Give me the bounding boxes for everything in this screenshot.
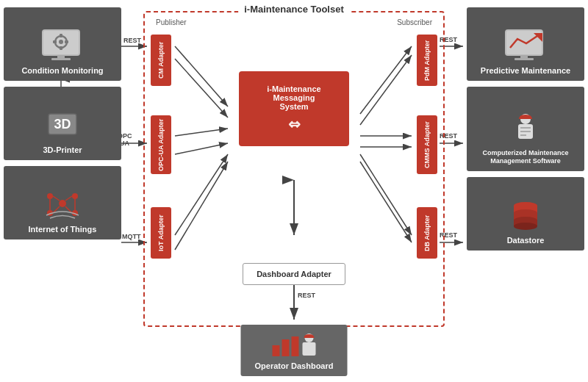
subscriber-label: Subscriber: [397, 18, 432, 26]
svg-point-74: [514, 223, 537, 230]
pdm-adapter: PdM Adapter: [417, 35, 437, 86]
predictive-maint-icon: [504, 29, 547, 61]
datastore-label: Datastore: [507, 236, 545, 245]
cmms-label: Computerized Maintenance Management Soft…: [471, 149, 580, 165]
iot-icon: [43, 187, 83, 220]
cmms-box: Computerized Maintenance Management Soft…: [467, 87, 584, 171]
cmms-adapter: CMMS Adapter: [417, 115, 437, 174]
svg-rect-75: [272, 345, 279, 356]
iot-box: Internet of Things: [4, 166, 121, 239]
svg-rect-43: [60, 46, 62, 50]
predictive-maintenance-box: Predictive Maintenance: [467, 7, 584, 81]
3d-printer-icon-area: 3D: [40, 106, 85, 143]
predictive-maintenance-label: Predictive Maintenance: [481, 66, 570, 75]
svg-rect-42: [60, 34, 62, 37]
svg-rect-76: [282, 339, 289, 356]
cmms-icon-area: [503, 109, 548, 146]
svg-point-48: [59, 200, 66, 207]
central-messaging-box: i-Maintenance Messaging System ⇔: [239, 71, 349, 146]
toolset-container: i-Maintenance Toolset Publisher Subscrib…: [143, 11, 445, 327]
svg-text:REST: REST: [123, 37, 142, 44]
left-systems-column: Condition Monitoring 3D 3D-Printer: [4, 7, 121, 239]
svg-line-54: [65, 196, 72, 201]
svg-line-53: [53, 196, 60, 201]
operator-dashboard-icon: [268, 331, 320, 358]
operator-dashboard-label: Operator Dashboard: [255, 361, 334, 370]
condition-monitoring-box: Condition Monitoring: [4, 7, 121, 81]
cmms-icon: [506, 112, 546, 144]
central-label: i-Maintenance: [249, 84, 339, 93]
iot-icon-area: [40, 185, 85, 222]
publisher-label: Publisher: [156, 18, 187, 26]
datastore-box: Datastore: [467, 177, 584, 251]
svg-rect-79: [302, 342, 315, 356]
predictive-maintenance-icon-area: [503, 26, 548, 63]
diagram-container: REST OPC -UA MQTT REST REST: [0, 0, 588, 382]
3d-printer-icon: 3D: [43, 108, 83, 140]
svg-rect-44: [53, 40, 57, 43]
messaging-arrows-icon: ⇔: [249, 115, 339, 133]
iot-label: Internet of Things: [29, 225, 97, 234]
svg-point-50: [72, 193, 78, 199]
central-sublabel2: System: [249, 102, 339, 111]
opcua-adapter: OPC-UA Adapter: [151, 115, 171, 174]
svg-text:3D: 3D: [54, 117, 71, 131]
3d-printer-box: 3D 3D-Printer: [4, 87, 121, 160]
svg-rect-45: [65, 40, 68, 43]
iot-adapter: IoT Adapter: [151, 207, 171, 259]
db-adapter: DB Adapter: [417, 207, 437, 259]
central-sublabel: Messaging: [249, 93, 339, 102]
toolset-title: i-Maintenance Toolset: [238, 4, 350, 15]
svg-point-41: [59, 40, 63, 44]
right-systems-column: Predictive Maintenance Computerized Main…: [467, 7, 584, 251]
monitor-icon: [41, 29, 84, 61]
svg-point-49: [47, 193, 53, 199]
condition-monitoring-label: Condition Monitoring: [21, 66, 103, 75]
dashboard-adapter: Dashboard Adapter: [243, 263, 345, 285]
cm-adapter: CM Adapter: [151, 35, 171, 86]
svg-rect-77: [291, 336, 298, 356]
svg-rect-39: [51, 58, 71, 60]
3d-printer-label: 3D-Printer: [43, 145, 82, 154]
operator-dashboard-box: Operator Dashboard: [241, 325, 348, 376]
svg-text:MQTT: MQTT: [122, 233, 141, 240]
datastore-icon: [506, 198, 546, 231]
datastore-icon-area: [503, 196, 548, 233]
condition-monitoring-icon-area: [40, 26, 85, 63]
svg-rect-61: [514, 58, 534, 60]
